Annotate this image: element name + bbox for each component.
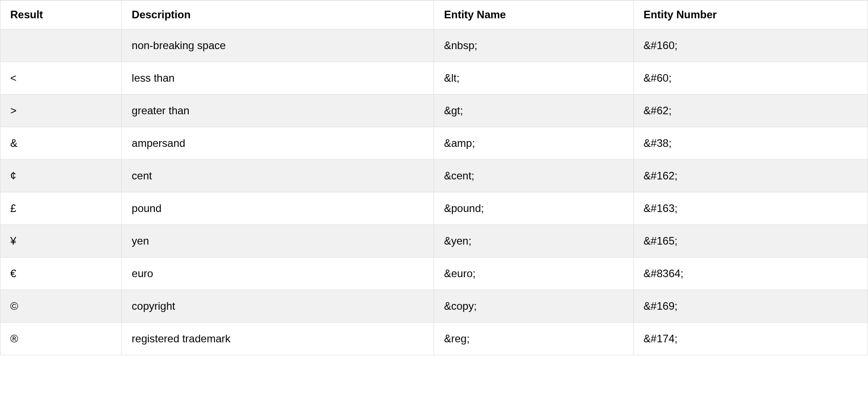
table-row: <less than&lt;&#60; (0, 62, 868, 95)
cell-entity-number: &#162; (633, 160, 868, 192)
cell-result: © (0, 290, 122, 323)
cell-result: ¢ (0, 160, 122, 192)
cell-description: less than (122, 62, 434, 95)
cell-entity-name: &copy; (434, 290, 633, 323)
cell-result: € (0, 258, 122, 290)
cell-description: yen (122, 225, 434, 258)
cell-entity-name: &reg; (434, 323, 633, 355)
table-row: €euro&euro;&#8364; (0, 258, 868, 290)
cell-entity-name: &nbsp; (434, 29, 633, 62)
cell-entity-number: &#62; (633, 95, 868, 127)
table-row: >greater than&gt;&#62; (0, 95, 868, 127)
table-row: ¢cent&cent;&#162; (0, 160, 868, 192)
table-row: ®registered trademark&reg;&#174; (0, 323, 868, 355)
cell-result: > (0, 95, 122, 127)
cell-entity-number: &#160; (633, 29, 868, 62)
cell-result (0, 29, 122, 62)
cell-entity-number: &#163; (633, 192, 868, 225)
cell-description: ampersand (122, 127, 434, 160)
cell-description: copyright (122, 290, 434, 323)
cell-description: greater than (122, 95, 434, 127)
cell-entity-number: &#174; (633, 323, 868, 355)
cell-entity-name: &pound; (434, 192, 633, 225)
cell-description: registered trademark (122, 323, 434, 355)
cell-entity-number: &#38; (633, 127, 868, 160)
table-row: non-breaking space&nbsp;&#160; (0, 29, 868, 62)
cell-entity-name: &euro; (434, 258, 633, 290)
cell-result: £ (0, 192, 122, 225)
table-row: &ampersand&amp;&#38; (0, 127, 868, 160)
header-description: Description (122, 0, 434, 29)
cell-entity-number: &#169; (633, 290, 868, 323)
cell-entity-name: &gt; (434, 95, 633, 127)
cell-result: ¥ (0, 225, 122, 258)
header-entity-name: Entity Name (434, 0, 633, 29)
cell-result: ® (0, 323, 122, 355)
cell-entity-name: &lt; (434, 62, 633, 95)
cell-description: pound (122, 192, 434, 225)
cell-entity-name: &cent; (434, 160, 633, 192)
cell-entity-number: &#8364; (633, 258, 868, 290)
cell-entity-name: &amp; (434, 127, 633, 160)
table-row: £pound&pound;&#163; (0, 192, 868, 225)
cell-result: & (0, 127, 122, 160)
header-entity-number: Entity Number (633, 0, 868, 29)
html-entities-table: Result Description Entity Name Entity Nu… (0, 0, 868, 355)
cell-description: non-breaking space (122, 29, 434, 62)
table-row: ¥yen&yen;&#165; (0, 225, 868, 258)
cell-result: < (0, 62, 122, 95)
cell-entity-name: &yen; (434, 225, 633, 258)
table-row: ©copyright&copy;&#169; (0, 290, 868, 323)
table-body: non-breaking space&nbsp;&#160;<less than… (0, 29, 868, 355)
cell-entity-number: &#60; (633, 62, 868, 95)
table-header: Result Description Entity Name Entity Nu… (0, 0, 868, 29)
cell-description: euro (122, 258, 434, 290)
cell-description: cent (122, 160, 434, 192)
header-result: Result (0, 0, 122, 29)
cell-entity-number: &#165; (633, 225, 868, 258)
